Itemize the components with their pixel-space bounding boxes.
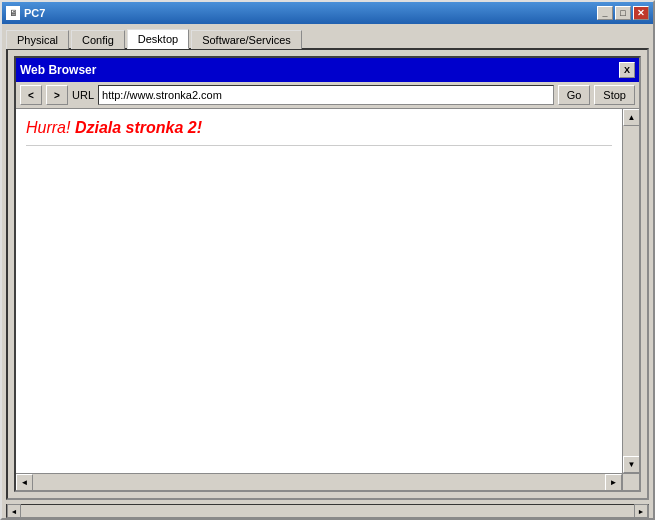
- browser-close-button[interactable]: X: [619, 62, 635, 78]
- browser-text: Hurra! Dziala stronka 2!: [26, 119, 202, 136]
- browser-content-wrapper: Hurra! Dziala stronka 2! ▲ ▼ ◄ ►: [16, 109, 639, 490]
- main-window: 🖥 PC7 _ □ ✕ Physical Config Desktop Soft…: [0, 0, 655, 520]
- browser-title: Web Browser: [20, 63, 96, 77]
- scroll-up-arrow[interactable]: ▲: [623, 109, 639, 126]
- outer-scroll-left[interactable]: ◄: [7, 504, 21, 518]
- browser-content: Hurra! Dziala stronka 2!: [16, 109, 622, 473]
- outer-horizontal-scrollbar[interactable]: ◄ ►: [6, 504, 649, 518]
- browser-text-prefix: Hurra!: [26, 119, 75, 136]
- browser-content-inner: Hurra! Dziala stronka 2!: [26, 119, 612, 146]
- back-button[interactable]: <: [20, 85, 42, 105]
- close-button[interactable]: ✕: [633, 6, 649, 20]
- title-bar-controls: _ □ ✕: [597, 6, 649, 20]
- tab-desktop[interactable]: Desktop: [127, 29, 189, 49]
- tab-bar: Physical Config Desktop Software/Service…: [2, 24, 653, 48]
- tab-config[interactable]: Config: [71, 30, 125, 49]
- url-label: URL: [72, 89, 94, 101]
- outer-scroll-right[interactable]: ►: [634, 504, 648, 518]
- horizontal-scrollbar[interactable]: ◄ ►: [16, 473, 622, 490]
- restore-button[interactable]: □: [615, 6, 631, 20]
- browser-title-bar: Web Browser X: [16, 58, 639, 82]
- scroll-corner: [622, 473, 639, 490]
- main-content: Web Browser X < > URL Go Stop Hurra! Dzi…: [6, 48, 649, 500]
- browser-window: Web Browser X < > URL Go Stop Hurra! Dzi…: [14, 56, 641, 492]
- title-bar: 🖥 PC7 _ □ ✕: [2, 2, 653, 24]
- browser-text-bold: Dziala stronka 2!: [75, 119, 202, 136]
- scroll-h-track[interactable]: [33, 474, 605, 490]
- scroll-v-track[interactable]: [623, 126, 639, 456]
- forward-button[interactable]: >: [46, 85, 68, 105]
- vertical-scrollbar[interactable]: ▲ ▼: [622, 109, 639, 473]
- scroll-right-arrow[interactable]: ►: [605, 474, 622, 490]
- tab-physical[interactable]: Physical: [6, 30, 69, 49]
- browser-toolbar: < > URL Go Stop: [16, 82, 639, 109]
- go-button[interactable]: Go: [558, 85, 591, 105]
- minimize-button[interactable]: _: [597, 6, 613, 20]
- stop-button[interactable]: Stop: [594, 85, 635, 105]
- title-bar-left: 🖥 PC7: [6, 6, 45, 20]
- window-title: PC7: [24, 7, 45, 19]
- tab-software[interactable]: Software/Services: [191, 30, 302, 49]
- scroll-down-arrow[interactable]: ▼: [623, 456, 639, 473]
- url-input[interactable]: [98, 85, 554, 105]
- window-icon: 🖥: [6, 6, 20, 20]
- scroll-left-arrow[interactable]: ◄: [16, 474, 33, 490]
